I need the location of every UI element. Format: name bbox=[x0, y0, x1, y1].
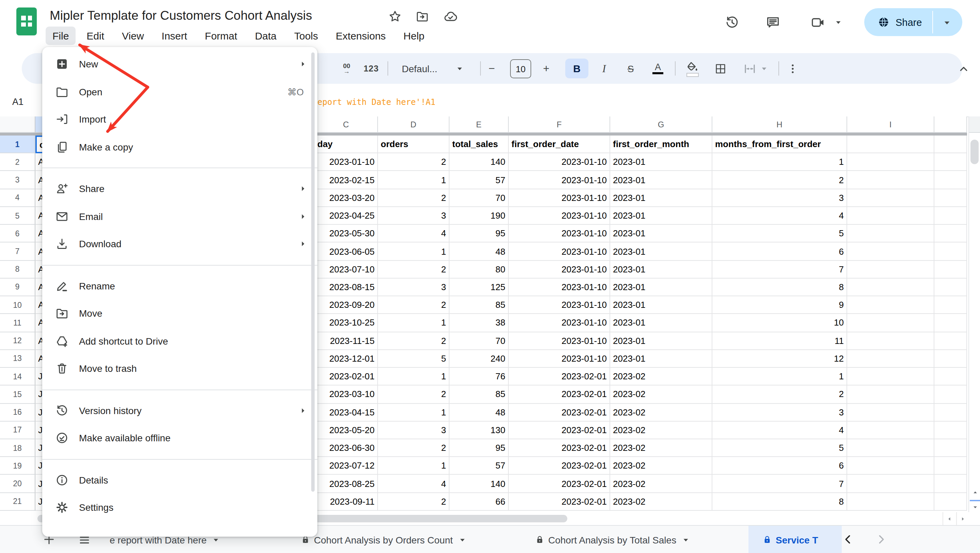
cell-h14[interactable]: 1 bbox=[712, 368, 847, 386]
merge-cells-caret-icon[interactable] bbox=[759, 53, 769, 84]
cell-empty[interactable] bbox=[934, 153, 967, 171]
cell-d11[interactable]: 1 bbox=[378, 314, 449, 332]
cell-d19[interactable]: 1 bbox=[378, 457, 449, 475]
cell-d16[interactable]: 1 bbox=[378, 404, 449, 421]
cell-e8[interactable]: 80 bbox=[449, 261, 509, 278]
menu-item-details[interactable]: Details bbox=[42, 466, 317, 494]
share-dropdown-icon[interactable] bbox=[943, 19, 951, 27]
row-number-10[interactable]: 10 bbox=[0, 296, 35, 314]
cell-f7[interactable]: 2023-01-10 bbox=[509, 243, 610, 261]
cell-empty[interactable] bbox=[934, 439, 967, 457]
cell-empty[interactable] bbox=[847, 457, 934, 475]
name-box[interactable]: A1 bbox=[12, 87, 24, 116]
cell-empty[interactable] bbox=[847, 439, 934, 457]
cell-empty[interactable] bbox=[847, 171, 934, 189]
cell-f11[interactable]: 2023-01-10 bbox=[509, 314, 610, 332]
cell-empty[interactable] bbox=[847, 493, 934, 510]
fill-color-icon[interactable] bbox=[684, 52, 699, 83]
cell-empty[interactable] bbox=[847, 314, 934, 332]
cell-empty[interactable] bbox=[934, 261, 967, 278]
cell-e21[interactable]: 66 bbox=[449, 493, 509, 510]
cell-d8[interactable]: 2 bbox=[378, 261, 449, 278]
cell-g9[interactable]: 2023-01 bbox=[610, 278, 712, 296]
borders-icon[interactable] bbox=[713, 53, 728, 84]
cell-empty[interactable] bbox=[934, 368, 967, 386]
cell-empty[interactable] bbox=[847, 475, 934, 493]
menubar-item-edit[interactable]: Edit bbox=[80, 27, 111, 45]
scroll-right-icon[interactable] bbox=[956, 512, 970, 525]
row-number-16[interactable]: 16 bbox=[0, 404, 35, 421]
row-number-7[interactable]: 7 bbox=[0, 243, 35, 261]
cell-d3[interactable]: 1 bbox=[378, 171, 449, 189]
cell-c4[interactable]: 2023-03-20 bbox=[315, 189, 378, 207]
cell-f10[interactable]: 2023-01-10 bbox=[509, 296, 610, 314]
cell-empty[interactable] bbox=[934, 207, 967, 225]
cell-h21[interactable]: 8 bbox=[712, 493, 847, 510]
scroll-left-icon[interactable] bbox=[943, 512, 956, 525]
cell-empty[interactable] bbox=[847, 368, 934, 386]
menubar-item-view[interactable]: View bbox=[115, 27, 151, 45]
row-number-9[interactable]: 9 bbox=[0, 278, 35, 296]
cell-h13[interactable]: 12 bbox=[712, 350, 847, 368]
menu-scrollbar-thumb[interactable] bbox=[311, 52, 315, 492]
cell-d14[interactable]: 1 bbox=[378, 368, 449, 386]
cell-e13[interactable]: 240 bbox=[449, 350, 509, 368]
menubar-item-insert[interactable]: Insert bbox=[155, 27, 194, 45]
cell-empty[interactable] bbox=[934, 278, 967, 296]
comments-icon[interactable] bbox=[765, 15, 780, 30]
cell-d15[interactable]: 2 bbox=[378, 386, 449, 404]
number-format-button[interactable]: 123 bbox=[361, 53, 381, 84]
row-number-11[interactable]: 11 bbox=[0, 314, 35, 332]
cell-h6[interactable]: 5 bbox=[712, 225, 847, 242]
column-header-i[interactable]: I bbox=[847, 116, 934, 133]
cell-h1[interactable]: months_from_first_order bbox=[712, 135, 847, 153]
cell-h10[interactable]: 9 bbox=[712, 296, 847, 314]
cell-f8[interactable]: 2023-01-10 bbox=[509, 261, 610, 278]
cell-d13[interactable]: 5 bbox=[378, 350, 449, 368]
tabs-scroll-right-icon[interactable] bbox=[875, 533, 888, 545]
share-button[interactable]: Share bbox=[864, 8, 962, 36]
cell-g3[interactable]: 2023-01 bbox=[610, 171, 712, 189]
cell-empty[interactable] bbox=[934, 135, 967, 153]
cell-e9[interactable]: 125 bbox=[449, 278, 509, 296]
cell-e7[interactable]: 48 bbox=[449, 243, 509, 261]
cell-g15[interactable]: 2023-02 bbox=[610, 386, 712, 404]
cell-empty[interactable] bbox=[934, 404, 967, 421]
cell-empty[interactable] bbox=[847, 296, 934, 314]
cell-c10[interactable]: 2023-09-20 bbox=[315, 296, 378, 314]
bold-button[interactable]: B bbox=[565, 59, 589, 78]
cell-e14[interactable]: 76 bbox=[449, 368, 509, 386]
video-call-caret-icon[interactable] bbox=[835, 19, 842, 26]
font-family-select[interactable]: Defaul... bbox=[402, 53, 451, 84]
document-title[interactable]: Mipler Template for Customers Cohort Ana… bbox=[50, 8, 312, 23]
cell-e4[interactable]: 70 bbox=[449, 189, 509, 207]
cell-f4[interactable]: 2023-01-10 bbox=[509, 189, 610, 207]
menubar-item-file[interactable]: File bbox=[46, 27, 76, 45]
italic-button[interactable]: I bbox=[597, 53, 611, 84]
cell-e17[interactable]: 130 bbox=[449, 421, 509, 439]
strikethrough-button[interactable]: S bbox=[624, 53, 638, 84]
cell-f5[interactable]: 2023-01-10 bbox=[509, 207, 610, 225]
cell-f1[interactable]: first_order_date bbox=[509, 135, 610, 153]
cell-g17[interactable]: 2023-02 bbox=[610, 421, 712, 439]
cell-g21[interactable]: 2023-02 bbox=[610, 493, 712, 510]
cell-empty[interactable] bbox=[847, 189, 934, 207]
cell-c7[interactable]: 2023-06-05 bbox=[315, 243, 378, 261]
cell-f12[interactable]: 2023-01-10 bbox=[509, 332, 610, 350]
menu-item-make-available-offline[interactable]: Make available offline bbox=[42, 424, 317, 452]
row-number-20[interactable]: 20 bbox=[0, 475, 35, 493]
cell-e11[interactable]: 38 bbox=[449, 314, 509, 332]
cell-empty[interactable] bbox=[934, 189, 967, 207]
row-number-5[interactable]: 5 bbox=[0, 207, 35, 225]
cell-d7[interactable]: 1 bbox=[378, 243, 449, 261]
cell-c19[interactable]: 2023-07-12 bbox=[315, 457, 378, 475]
cell-c3[interactable]: 2023-02-15 bbox=[315, 171, 378, 189]
cell-empty[interactable] bbox=[934, 314, 967, 332]
cell-f14[interactable]: 2023-02-01 bbox=[509, 368, 610, 386]
cell-c20[interactable]: 2023-08-25 bbox=[315, 475, 378, 493]
row-number-17[interactable]: 17 bbox=[0, 421, 35, 439]
menu-item-open[interactable]: Open⌘O bbox=[42, 78, 317, 106]
cell-g7[interactable]: 2023-01 bbox=[610, 243, 712, 261]
cell-empty[interactable] bbox=[847, 350, 934, 368]
cell-e12[interactable]: 70 bbox=[449, 332, 509, 350]
